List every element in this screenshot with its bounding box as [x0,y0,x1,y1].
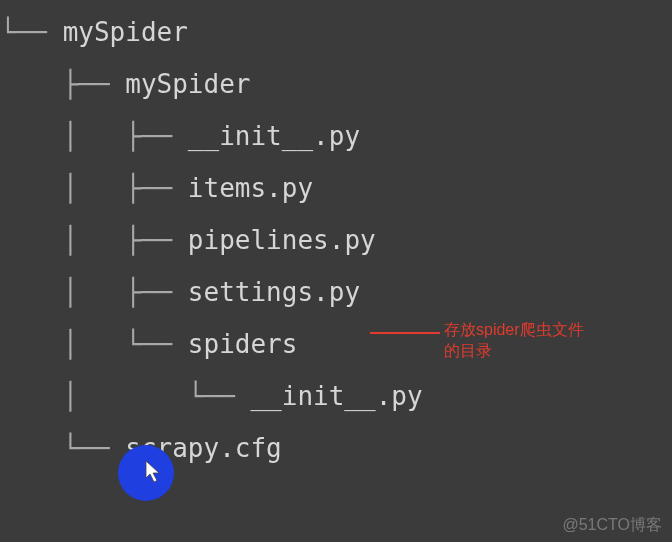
annotation-line-1: 存放spider爬虫文件 [444,320,614,341]
annotation-label: 存放spider爬虫文件 的目录 [444,320,614,362]
tree-row: │ ├── pipelines.py [0,214,672,266]
tree-connector: │ ├── [0,277,188,307]
annotation-connector-line [370,332,440,334]
tree-node-name: mySpider [125,69,250,99]
tree-node-name: mySpider [63,17,188,47]
tree-connector: ├── [0,69,125,99]
watermark: @51CTO博客 [562,515,662,536]
tree-row: │ ├── items.py [0,162,672,214]
tree-connector: └── [0,433,125,463]
tree-connector: └── [0,17,63,47]
annotation-line-2: 的目录 [444,341,614,362]
tree-node-name: items.py [188,173,313,203]
tree-row: └── scrapy.cfg [0,422,672,474]
tree-row: │ ├── settings.py [0,266,672,318]
tree-node-name: __init__.py [188,121,360,151]
tree-node-name: pipelines.py [188,225,376,255]
tree-row: └── mySpider [0,6,672,58]
tree-connector: │ ├── [0,225,188,255]
cursor-halo [118,445,174,501]
file-tree: └── mySpider ├── mySpider │ ├── __init__… [0,0,672,474]
tree-connector: │ ├── [0,173,188,203]
tree-row: ├── mySpider [0,58,672,110]
tree-row: │ ├── __init__.py [0,110,672,162]
tree-connector: │ └── [0,329,188,359]
tree-node-name: __init__.py [250,381,422,411]
tree-connector: │ └── [0,381,250,411]
tree-node-name: settings.py [188,277,360,307]
tree-node-name: spiders [188,329,298,359]
tree-connector: │ ├── [0,121,188,151]
tree-row: │ └── __init__.py [0,370,672,422]
